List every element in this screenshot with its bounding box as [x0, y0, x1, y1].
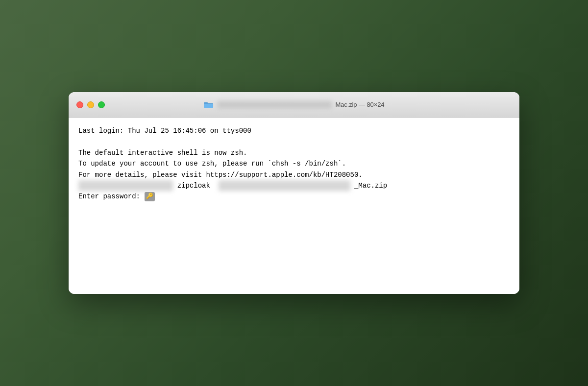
traffic-lights — [76, 101, 105, 108]
title-bar: b.kitamura — zipcloak ~/Desktop/XXXXX_Ma… — [69, 92, 519, 118]
maximize-button[interactable] — [98, 101, 105, 108]
title-blurred-path: b.kitamura — zipcloak ~/Desktop/XXXXX — [218, 101, 332, 108]
empty-line-1 — [78, 136, 510, 147]
terminal-content: Last login: Thu Jul 25 16:45:06 on ttys0… — [78, 125, 510, 202]
shell-notice-line: The default interactive shell is now zsh… — [78, 147, 510, 158]
enter-password-line: Enter password: 🔑 — [78, 191, 510, 202]
terminal-body[interactable]: Last login: Thu Jul 25 16:45:06 on ttys0… — [69, 118, 519, 294]
title-bar-center: b.kitamura — zipcloak ~/Desktop/XXXXX_Ma… — [204, 101, 385, 109]
blurred-file-path: ████████████████████████████████ — [219, 180, 350, 191]
more-details-line: For more details, please visit https://s… — [78, 169, 510, 180]
blurred-user-path: ████████ ██████████████ — [78, 180, 173, 191]
zipcloak-command-line: ████████ ██████████████ zipcloak ███████… — [78, 180, 510, 191]
folder-icon — [204, 101, 214, 109]
terminal-window: b.kitamura — zipcloak ~/Desktop/XXXXX_Ma… — [69, 92, 519, 294]
password-key-icon: 🔑 — [145, 192, 155, 201]
close-button[interactable] — [76, 101, 83, 108]
last-login-line: Last login: Thu Jul 25 16:45:06 on ttys0… — [78, 125, 510, 136]
window-title: b.kitamura — zipcloak ~/Desktop/XXXXX_Ma… — [218, 101, 385, 108]
update-account-line: To update your account to use zsh, pleas… — [78, 158, 510, 169]
minimize-button[interactable] — [87, 101, 94, 108]
